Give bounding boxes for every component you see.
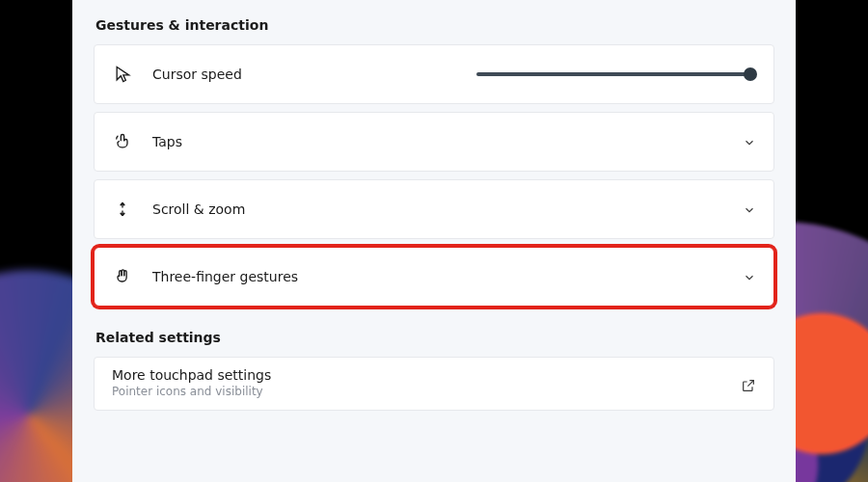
cursor-speed-slider[interactable] [476,65,756,84]
row-taps[interactable]: Taps [94,112,774,172]
row-scroll-zoom[interactable]: Scroll & zoom [94,179,774,239]
scroll-zoom-icon [112,199,133,220]
open-external-icon [741,378,756,393]
desktop: Gestures & interaction Cursor speed [0,0,868,482]
row-label: Three-finger gestures [152,269,298,284]
row-label: Cursor speed [152,67,242,82]
chevron-down-icon [743,202,756,216]
section-heading-related: Related settings [95,330,774,345]
tap-icon [112,131,133,152]
cursor-icon [112,64,133,85]
row-cursor-speed[interactable]: Cursor speed [94,44,774,104]
row-three-finger-gestures[interactable]: Three-finger gestures [94,247,774,307]
row-more-touchpad-settings[interactable]: More touchpad settings Pointer icons and… [94,357,774,411]
row-label: Taps [152,134,182,149]
chevron-down-icon [743,135,756,148]
hand-icon [112,266,133,287]
row-subtitle: Pointer icons and visibility [112,385,271,398]
row-title: More touchpad settings [112,367,271,383]
row-label: Scroll & zoom [152,201,245,217]
settings-panel: Gestures & interaction Cursor speed [72,0,796,482]
section-heading-gestures: Gestures & interaction [95,17,774,33]
chevron-down-icon [743,270,756,283]
